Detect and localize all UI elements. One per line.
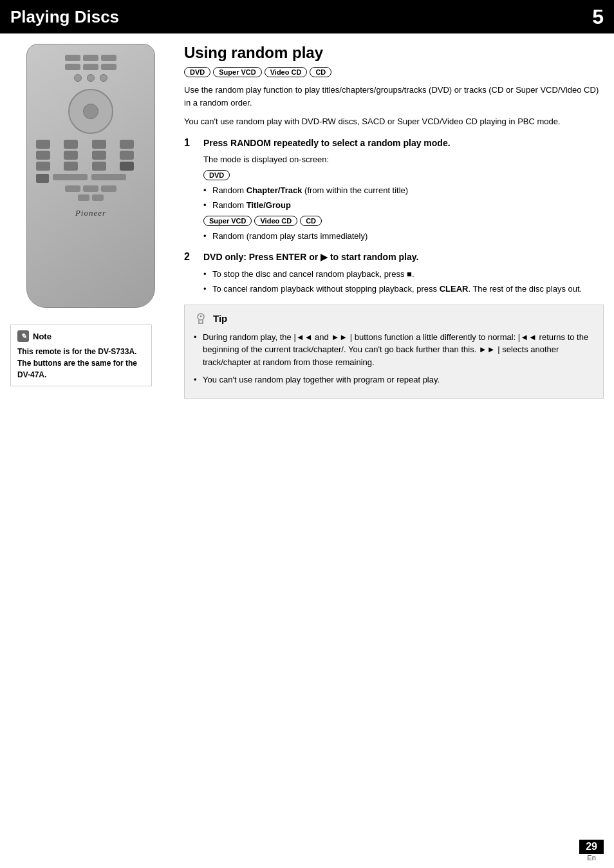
note-icon: ✎: [17, 330, 29, 342]
page-number: 29: [579, 840, 604, 854]
step-1-title: Press RANDOM repeatedly to select a rand…: [203, 137, 451, 150]
remote-dpad-center: [83, 104, 98, 119]
sub-badge-row: Super VCD Video CD CD: [203, 216, 604, 226]
step-2-number: 2: [184, 251, 197, 263]
remote-circle-btn: [74, 74, 82, 82]
badge-video-cd-sub: Video CD: [254, 216, 297, 226]
badge-video-cd: Video CD: [265, 67, 308, 77]
footer: 29 En: [579, 840, 604, 862]
list-item: Random (random play starts immediately): [203, 230, 604, 243]
step-2-header: 2 DVD only: Press ENTER or ▶ to start ra…: [184, 251, 604, 264]
left-column: Pioneer ✎ Note This remote is for the DV…: [10, 44, 171, 399]
remote-wide-btn: [53, 174, 88, 180]
remote-num-btn: [120, 162, 134, 171]
list-item: Random Chapter/Track (from within the cu…: [203, 184, 604, 197]
remote-btn: [65, 55, 80, 61]
step-1-desc: The mode is displayed on-screen:: [203, 153, 604, 166]
remote-numpad: [36, 140, 145, 171]
tip-list: During random play, the |◄◄ and ►► | but…: [194, 331, 594, 386]
tip-header: Tip: [194, 312, 594, 326]
note-text: This remote is for the DV-S733A. The but…: [17, 346, 145, 381]
note-box: ✎ Note This remote is for the DV-S733A. …: [10, 325, 152, 386]
remote-num-btn: [92, 162, 106, 171]
right-column: Using random play DVD Super VCD Video CD…: [184, 44, 604, 399]
remote-btn: [83, 64, 98, 70]
tip-icon: [194, 312, 208, 326]
list-item: Random Title/Group: [203, 199, 604, 212]
step-2: 2 DVD only: Press ENTER or ▶ to start ra…: [184, 251, 604, 296]
remote-btn: [101, 185, 116, 192]
remote-circle-btn: [87, 74, 95, 82]
step-2-title: DVD only: Press ENTER or ▶ to start rand…: [203, 251, 418, 264]
list-item: During random play, the |◄◄ and ►► | but…: [194, 331, 594, 369]
remote-circle-btn: [100, 74, 107, 82]
main-content: Pioneer ✎ Note This remote is for the DV…: [0, 33, 614, 409]
remote-btn: [83, 185, 98, 192]
badge-super-vcd-sub: Super VCD: [203, 216, 252, 226]
remote-num-btn: [120, 151, 134, 160]
remote-num-btn: [36, 140, 50, 149]
page-title: Playing Discs: [10, 7, 119, 27]
step-1-sub-bullets: Random (random play starts immediately): [203, 230, 604, 243]
remote-dpad: [68, 89, 113, 134]
tip-box: Tip During random play, the |◄◄ and ►► |…: [184, 305, 604, 399]
dvd-badge-row: DVD: [203, 170, 604, 180]
remote-wide-btn: [91, 174, 126, 180]
badge-cd: CD: [310, 67, 331, 77]
badge-dvd: DVD: [184, 67, 210, 77]
remote-control: Pioneer: [26, 44, 155, 308]
remote-btn: [65, 185, 80, 192]
remote-btn: [92, 194, 104, 201]
intro-text: Use the random play function to play tit…: [184, 84, 604, 109]
step-2-bullets: To stop the disc and cancel random playb…: [203, 268, 604, 296]
step-1-header: 1 Press RANDOM repeatedly to select a ra…: [184, 137, 604, 150]
remote-btn: [101, 64, 116, 70]
badge-cd-sub: CD: [300, 216, 322, 226]
remote-btn: [78, 194, 89, 201]
badge-dvd-sub: DVD: [203, 170, 230, 180]
tip-label: Tip: [213, 313, 227, 324]
step-1-dvd-bullets: Random Chapter/Track (from within the cu…: [203, 184, 604, 212]
remote-btn: [101, 55, 116, 61]
svg-point-4: [200, 315, 202, 317]
remote-num-btn: [120, 140, 134, 149]
step-1-number: 1: [184, 137, 197, 149]
list-item: You can't use random play together with …: [194, 373, 594, 386]
remote-num-btn: [92, 140, 106, 149]
chapter-number: 5: [592, 5, 604, 29]
badge-super-vcd: Super VCD: [213, 67, 261, 77]
pioneer-logo-text: Pioneer: [36, 208, 145, 218]
remote-illustration: Pioneer: [20, 44, 162, 314]
remote-btn: [83, 55, 98, 61]
header-bar: Playing Discs 5: [0, 0, 614, 33]
top-badge-row: DVD Super VCD Video CD CD: [184, 67, 604, 77]
remote-num-btn: [36, 151, 50, 160]
note-header: ✎ Note: [17, 330, 145, 342]
remote-num-btn: [64, 140, 78, 149]
step-1: 1 Press RANDOM repeatedly to select a ra…: [184, 137, 604, 243]
remote-num-btn: [36, 162, 50, 171]
remote-num-btn: [64, 162, 78, 171]
note-label: Note: [33, 332, 51, 341]
remote-btn: [65, 64, 80, 70]
remote-num-btn: [64, 151, 78, 160]
remote-num-btn: [92, 151, 106, 160]
remote-square-btn: [36, 174, 49, 183]
list-item: To stop the disc and cancel random playb…: [203, 268, 604, 281]
list-item: To cancel random playback without stoppi…: [203, 283, 604, 296]
warning-text: You can't use random play with DVD-RW di…: [184, 115, 604, 128]
footer-lang: En: [587, 854, 595, 862]
section-title: Using random play: [184, 44, 604, 62]
